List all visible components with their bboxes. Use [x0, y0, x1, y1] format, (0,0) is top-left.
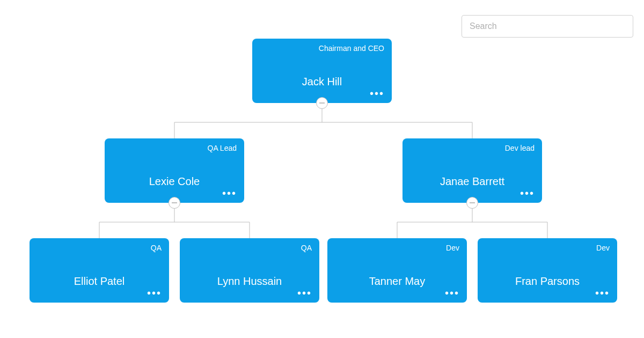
node-title: Chairman and CEO [319, 44, 384, 53]
more-icon[interactable]: ••• [595, 288, 610, 298]
more-icon[interactable]: ••• [222, 188, 237, 199]
node-qa-lead[interactable]: QA Lead Lexie Cole ••• [105, 138, 244, 203]
more-icon[interactable]: ••• [520, 188, 535, 199]
node-name: Tanner May [327, 275, 467, 288]
node-title: QA [301, 244, 312, 252]
collapse-toggle[interactable] [169, 197, 180, 209]
node-qa-1[interactable]: QA Elliot Patel ••• [30, 238, 169, 303]
node-qa-2[interactable]: QA Lynn Hussain ••• [180, 238, 319, 303]
node-dev-lead[interactable]: Dev lead Janae Barrett ••• [402, 138, 542, 203]
node-name: Jack Hill [252, 76, 392, 88]
node-name: Lynn Hussain [180, 275, 319, 288]
node-dev-2[interactable]: Dev Fran Parsons ••• [478, 238, 617, 303]
node-title: Dev [596, 244, 610, 252]
collapse-toggle[interactable] [466, 197, 478, 209]
node-name: Janae Barrett [402, 175, 542, 188]
more-icon[interactable]: ••• [297, 288, 312, 298]
node-title: Dev [446, 244, 459, 252]
collapse-toggle[interactable] [316, 97, 328, 109]
node-dev-1[interactable]: Dev Tanner May ••• [327, 238, 467, 303]
more-icon[interactable]: ••• [147, 288, 162, 298]
more-icon[interactable]: ••• [445, 288, 459, 298]
org-chart-canvas: Chairman and CEO Jack Hill ••• QA Lead L… [0, 0, 644, 338]
node-title: Dev lead [505, 144, 535, 152]
node-root[interactable]: Chairman and CEO Jack Hill ••• [252, 39, 392, 103]
node-name: Lexie Cole [105, 175, 244, 188]
node-name: Elliot Patel [30, 275, 169, 288]
node-title: QA [151, 244, 162, 252]
node-name: Fran Parsons [478, 275, 617, 288]
node-title: QA Lead [208, 144, 237, 152]
search-input[interactable] [462, 15, 633, 38]
more-icon[interactable]: ••• [370, 88, 384, 99]
